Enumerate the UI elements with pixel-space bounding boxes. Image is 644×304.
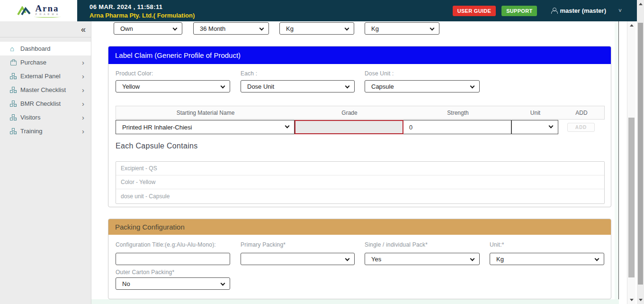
- col-add: ADD: [559, 110, 604, 116]
- scroll-down-icon[interactable]: [639, 299, 643, 301]
- single-pack-label: Single / individual Pack*: [365, 241, 428, 248]
- sidebar: « ⌂ Dashboard Purchase › External Panel …: [0, 21, 91, 304]
- list-item: dose unit - Capsule: [116, 189, 604, 203]
- support-button[interactable]: SUPPORT: [501, 6, 537, 16]
- outer-carton-select[interactable]: No: [116, 277, 230, 290]
- primary-packing-label: Primary Packing*: [241, 241, 286, 248]
- content-bottom-gutter: [91, 299, 619, 304]
- sidebar-item-visitors[interactable]: Visitors ›: [0, 111, 91, 124]
- app-logo[interactable]: Arna P H A R M A: [0, 0, 77, 21]
- dose-unit-label: Dose Unit :: [365, 70, 394, 77]
- browser-scrollbar-thumb[interactable]: [638, 23, 643, 285]
- sidebar-item-master-checklist[interactable]: Master Checklist ›: [0, 83, 91, 97]
- packing-unit-select[interactable]: Kg: [490, 253, 604, 265]
- grade-input[interactable]: [295, 120, 403, 134]
- browser-scrollbar[interactable]: [637, 0, 644, 304]
- product-color-label: Product Color:: [116, 70, 153, 77]
- contains-heading: Each Capsule Contains: [116, 142, 198, 150]
- configuration-title-input[interactable]: [116, 253, 230, 265]
- chevron-down-icon: [470, 84, 475, 89]
- inner-scrollbar-thumb[interactable]: [628, 118, 635, 277]
- sidebar-item-purchase[interactable]: Purchase ›: [0, 55, 91, 69]
- ownership-select[interactable]: Own: [114, 22, 182, 35]
- sitemap-icon: [10, 87, 16, 93]
- sidebar-item-dashboard[interactable]: ⌂ Dashboard: [0, 42, 91, 55]
- outer-carton-label: Outer Carton Packing*: [116, 269, 174, 276]
- label-claim-section: Label Claim (Generic Profile of Product)…: [108, 46, 611, 207]
- chevron-down-icon: [285, 124, 290, 129]
- sidebar-item-bmr-checklist[interactable]: BMR Checklist ›: [0, 97, 91, 111]
- sidebar-item-external-panel[interactable]: External Panel ›: [0, 69, 91, 83]
- col-unit: Unit: [512, 110, 559, 116]
- sitemap-icon: [10, 114, 16, 120]
- chevron-right-icon: ›: [82, 114, 84, 121]
- chevron-down-icon: [221, 84, 225, 89]
- list-item: Color - Yellow: [116, 175, 604, 189]
- bag-icon: [10, 59, 16, 65]
- chevron-right-icon: ›: [82, 128, 84, 135]
- main-content: Own 36 Month Kg Kg Label Claim (Generic …: [91, 21, 619, 304]
- sitemap-icon: [10, 101, 16, 107]
- each-select[interactable]: Dose Unit: [241, 80, 355, 92]
- content-right-gutter: [615, 21, 618, 304]
- single-pack-select[interactable]: Yes: [365, 253, 480, 265]
- chevron-down-icon: [345, 257, 350, 261]
- chevron-down-icon[interactable]: ˅: [618, 8, 622, 14]
- list-item: Excipient - QS: [116, 162, 604, 175]
- collapse-icon[interactable]: «: [81, 25, 86, 34]
- chevron-right-icon: ›: [82, 86, 84, 93]
- chevron-down-icon: [259, 26, 264, 31]
- packing-section-title: Packing Configuration: [108, 219, 611, 235]
- person-icon: [551, 8, 557, 14]
- col-starting-material: Starting Material Name: [116, 110, 295, 116]
- logo-mark-icon: [17, 6, 31, 16]
- chevron-down-icon: [345, 26, 349, 31]
- label-claim-section-title: Label Claim (Generic Profile of Product): [108, 46, 611, 64]
- user-name: master (master): [560, 7, 606, 14]
- sidebar-collapse[interactable]: «: [0, 21, 91, 37]
- home-icon: ⌂: [10, 46, 16, 52]
- chevron-down-icon: [173, 26, 178, 31]
- chevron-right-icon: ›: [82, 59, 84, 66]
- chevron-right-icon: ›: [82, 100, 84, 107]
- each-label: Each :: [241, 70, 257, 77]
- scroll-down-icon[interactable]: [630, 299, 634, 301]
- logo-text: Arna: [34, 4, 61, 13]
- packing-section: Packing Configuration Configuration Titl…: [108, 219, 611, 299]
- table-header-row: Starting Material Name Grade Strength Un…: [116, 106, 605, 120]
- sidebar-item-training[interactable]: Training ›: [0, 124, 91, 138]
- chevron-down-icon: [345, 84, 350, 89]
- scroll-up-icon[interactable]: [639, 3, 643, 5]
- shelf-life-select[interactable]: 36 Month: [193, 22, 269, 35]
- scroll-up-icon[interactable]: [630, 24, 634, 27]
- unit-select-2[interactable]: Kg: [365, 22, 439, 35]
- product-color-select[interactable]: Yellow: [116, 80, 230, 92]
- add-button[interactable]: ADD: [567, 123, 595, 132]
- chevron-down-icon: [221, 281, 225, 286]
- inner-scrollbar[interactable]: [627, 21, 635, 304]
- configuration-title-label: Configuration Title:(e.g:Alu-Alu-Mono):: [116, 241, 216, 248]
- sitemap-icon: [10, 128, 16, 134]
- sitemap-icon: [10, 73, 16, 79]
- col-strength: Strength: [404, 110, 512, 116]
- user-menu[interactable]: master (master): [551, 7, 606, 14]
- sidebar-menu: ⌂ Dashboard Purchase › External Panel › …: [0, 42, 91, 138]
- table-row: Printed HR Inhaler-Chiesi ADD: [116, 120, 605, 134]
- primary-packing-select[interactable]: [241, 253, 355, 265]
- user-guide-button[interactable]: USER GUIDE: [453, 6, 496, 16]
- chevron-down-icon: [549, 124, 554, 129]
- col-grade: Grade: [295, 110, 404, 116]
- strength-input[interactable]: [403, 120, 511, 134]
- datetime-text: 06 MAR. 2024 , 11:58:11: [89, 3, 195, 10]
- logo-underline: [34, 16, 61, 18]
- dose-unit-select[interactable]: Capsule: [365, 80, 480, 92]
- chevron-right-icon: ›: [82, 73, 84, 80]
- unit-select-1[interactable]: Kg: [279, 22, 354, 35]
- starting-material-select[interactable]: Printed HR Inhaler-Chiesi: [116, 120, 295, 134]
- logo-subtext: P H A R M A: [34, 13, 61, 16]
- chevron-down-icon: [470, 257, 475, 261]
- row-unit-select[interactable]: [511, 120, 558, 134]
- starting-material-table: Starting Material Name Grade Strength Un…: [116, 106, 605, 134]
- top-bar: 06 MAR. 2024 , 11:58:11 Arna Pharma Pty.…: [0, 0, 637, 21]
- chevron-down-icon: [430, 26, 435, 31]
